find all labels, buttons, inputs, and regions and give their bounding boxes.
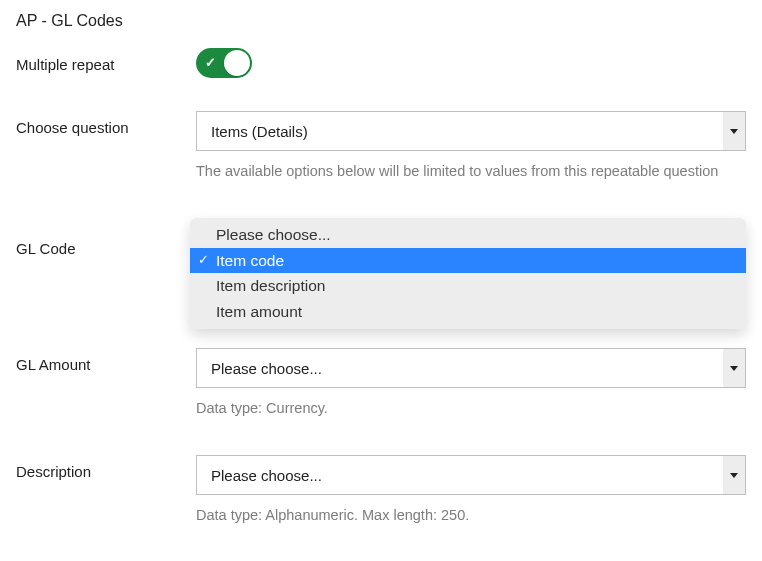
- gl-code-option-item-description[interactable]: Item description: [190, 273, 746, 299]
- gl-amount-helper: Data type: Currency.: [196, 398, 746, 419]
- description-value: Please choose...: [211, 467, 322, 484]
- gl-code-option-item-code[interactable]: Item code: [190, 248, 746, 274]
- choose-question-label: Choose question: [16, 111, 196, 136]
- page-title: AP - GL Codes: [16, 12, 746, 30]
- gl-amount-select[interactable]: Please choose...: [196, 348, 746, 388]
- gl-code-option-item-amount[interactable]: Item amount: [190, 299, 746, 325]
- chevron-down-icon: [730, 366, 738, 371]
- dropdown-arrow-box: [723, 456, 745, 494]
- dropdown-arrow-box: [723, 112, 745, 150]
- gl-amount-label: GL Amount: [16, 348, 196, 373]
- choose-question-value: Items (Details): [211, 123, 308, 140]
- gl-code-option-placeholder[interactable]: Please choose...: [190, 222, 746, 248]
- gl-amount-value: Please choose...: [211, 360, 322, 377]
- multiple-repeat-toggle[interactable]: ✓: [196, 48, 252, 78]
- description-select[interactable]: Please choose...: [196, 455, 746, 495]
- choose-question-helper: The available options below will be limi…: [196, 161, 746, 182]
- check-icon: ✓: [205, 55, 216, 70]
- gl-code-label: GL Code: [16, 218, 196, 257]
- chevron-down-icon: [730, 129, 738, 134]
- toggle-knob: [224, 50, 250, 76]
- gl-code-dropdown[interactable]: Please choose... Item code Item descript…: [190, 218, 746, 329]
- description-helper: Data type: Alphanumeric. Max length: 250…: [196, 505, 746, 526]
- choose-question-select[interactable]: Items (Details): [196, 111, 746, 151]
- multiple-repeat-label: Multiple repeat: [16, 48, 196, 73]
- dropdown-arrow-box: [723, 349, 745, 387]
- chevron-down-icon: [730, 473, 738, 478]
- description-label: Description: [16, 455, 196, 480]
